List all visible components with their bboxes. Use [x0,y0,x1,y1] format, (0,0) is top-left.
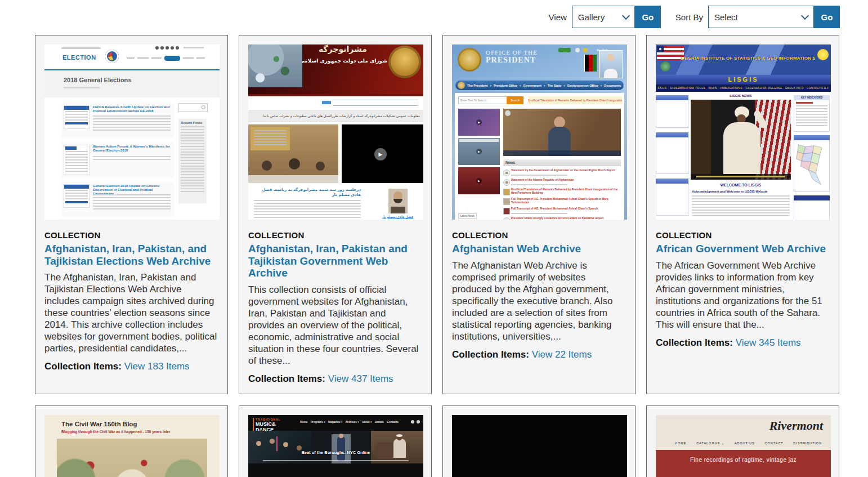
video-thumb: ▶ [458,167,500,194]
mock-paragraph [692,195,790,218]
sort-by-label: Sort By [675,12,703,22]
search-button: Search [507,96,524,104]
sort-by-select[interactable]: Select [708,6,814,28]
nav-emblem-icon [458,82,465,89]
social-icon [165,46,169,50]
view-items-link[interactable]: View 345 Items [736,337,801,348]
mock-mic-stand [276,436,278,451]
play-button-icon: ▶ [374,148,387,161]
mock-header: LIBERIA INSTITUTE OF STATISTICS & GEO IN… [656,44,831,75]
logo-line-mid: MUSIC& [256,421,281,427]
news-headline: Unofficial Translation of Remarks Delive… [511,188,621,194]
mock-headline: درجلسه روز سه شنبه مشرانوجرگه به ریاست ف… [254,188,361,198]
mock-nav-item [151,57,162,60]
mock-article-image [64,184,90,208]
mock-face [283,442,288,447]
collection-card: مشرانوجرگه شورای ملی دولت جمهوری اسلامی … [239,35,432,394]
collection-thumbnail[interactable]: The Civil War 150th Blog Blogging throug… [44,415,220,477]
view-go-button[interactable]: Go [635,6,661,28]
sort-go-button[interactable]: Go [814,6,840,28]
nav-item: Spokesperson Office [567,84,598,87]
collection-card: ELECTION 2018 General Elections [35,35,228,394]
mock-shoulders [604,69,618,78]
news-row: Statement of the Islamic Republic of Afg… [503,178,621,186]
mock-search-box [178,103,208,112]
view-select-value: Gallery [578,12,605,22]
sun-icon [817,49,829,60]
mock-calligraphy [250,127,290,150]
mock-topbar-text [61,47,101,49]
video-thumb: ▶ [458,138,500,165]
collection-thumbnail[interactable]: OFFICE OF THE PRESIDENT English The Pres… [452,44,627,220]
collection-kind-label: COLLECTION [44,230,218,240]
mock-share-button [558,48,571,52]
mock-figure [289,158,300,170]
twitter-icon [417,420,420,423]
collection-thumbnail[interactable]: TRADITIONAL MUSIC& DANCE Home Programs ▾… [248,415,423,477]
view-items-link[interactable]: View 22 Items [532,349,592,360]
play-button-icon: ▶ [476,178,482,184]
sidebar-heading-text: Recent Posts [181,121,204,124]
news-row: Full Transcript of H.E. President Mohamm… [503,207,621,215]
search-icon [202,105,205,109]
news-headline: President Ghani strongly condemns terror… [511,217,621,220]
collection-thumbnail[interactable]: LIBERIA INSTITUTE OF STATISTICS & GEO IN… [656,44,831,220]
facebook-icon [411,420,414,423]
mock-emblem [505,110,511,116]
collection-thumbnail[interactable]: مشرانوجرگه شورای ملی دولت جمهوری اسلامی … [248,44,423,220]
collection-items-label: Collection Items: [452,349,529,360]
play-button-icon: ▶ [476,119,482,125]
banner: Fine recordings of ragtime, vintage jaz [656,450,831,477]
mock-sidebar-body [656,184,688,216]
view-items-link[interactable]: View 183 Items [124,361,190,372]
mock-face [554,117,565,128]
play-button-icon: ▶ [476,149,482,154]
mock-sidebar-body [656,137,688,174]
mock-link-list [794,200,830,220]
collection-thumbnail[interactable]: ELECTION 2018 General Elections [44,44,220,220]
mock-article-body [93,156,171,161]
news-emblem-icon [503,189,510,195]
news-headline: Full Transcript of H.E. President Mohamm… [511,198,621,204]
mock-left-sidebar [656,95,688,216]
mock-sidebar-links [181,126,204,194]
collection-card: Rivermont HOME CATALOGUE ⌄ ABOUT US CONT… [646,405,839,477]
mock-beard [393,199,402,203]
site-name-bar: LISGIS [656,75,831,84]
presidential-emblem-icon [458,48,481,72]
article-headline: Women Action Forum: A Women’s Manifesto … [93,145,171,153]
mock-figure [316,162,325,171]
mock-cap [396,434,402,437]
portrait-caption-link: فضل هادی مسلم یار [382,215,413,219]
collection-title-link[interactable]: Afghanistan Web Archive [452,243,626,255]
collection-card: TRADITIONAL MUSIC& DANCE Home Programs ▾… [239,405,432,477]
mock-red-heading [796,102,813,104]
news-headline: Statement by the Government of Afghanist… [511,169,621,172]
mock-kimono-figure [337,436,345,461]
collection-kind-label: COLLECTION [248,230,422,240]
blog-subtitle-text: Blogging through the Civil War as it hap… [61,430,171,434]
site-logo-text: ELECTION [62,54,96,61]
news-heading: LISGIS NEWS [691,94,791,97]
collection-description: The Afghanistan, Iran, Pakistan and Taji… [44,271,218,354]
collection-title-link[interactable]: Afghanistan, Iran, Pakistan and Tajikist… [248,243,422,279]
mock-sidebar-header [656,95,688,100]
view-select[interactable]: Gallery [572,6,635,28]
mock-article-image [64,105,90,129]
mock-article-body [93,194,171,211]
collection-title-link[interactable]: Afghanistan, Iran, Pakistan, and Tajikis… [44,243,218,267]
mock-article: Women Action Forum: A Women’s Manifesto … [61,142,174,177]
collection-items-label: Collection Items: [248,373,325,384]
view-items-link[interactable]: View 437 Items [328,373,393,384]
search-input: Enter Text To Search [458,96,507,104]
mock-nav-item [196,57,205,60]
collection-thumbnail[interactable] [452,415,627,477]
collection-title-link[interactable]: African Government Web Archive [656,243,830,255]
collection-thumbnail[interactable]: Rivermont HOME CATALOGUE ⌄ ABOUT US CONT… [656,415,831,477]
gallery-toolbar: View Gallery Go Sort By Select Go [0,0,868,28]
liberia-county-map [795,141,828,190]
key-indicators-header: KEY INDICATORS [794,95,830,100]
nav-item: Documents [604,84,621,87]
mock-nav: The President▾ President Office▾ Governm… [455,81,624,90]
nav-item: President Office [494,84,517,87]
